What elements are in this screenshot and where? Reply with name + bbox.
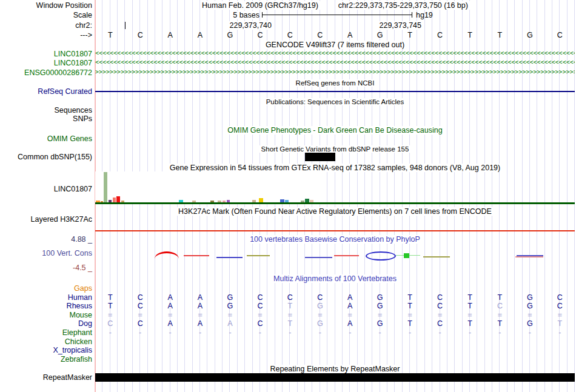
multiz-alignment-row-gaps xyxy=(95,284,575,293)
base-cell: = xyxy=(125,311,155,319)
multiz-species-label-human[interactable]: Human xyxy=(0,293,92,302)
base-cell: G xyxy=(215,302,245,310)
multiz-species-label-mouse[interactable]: Mouse xyxy=(0,311,92,319)
gene-label-linc01807-1[interactable]: LINC01807 xyxy=(0,50,92,58)
base-cell: - xyxy=(185,328,215,337)
gene-model-ensg00000286772[interactable]: >>>>>>>>>>>>>>>>>>>>>>>>>>>>>>>>>>>>>>>>… xyxy=(95,68,575,76)
multiz-species-label-rhesus[interactable]: Rhesus xyxy=(0,302,92,310)
base-cell xyxy=(365,284,395,293)
base-cell xyxy=(275,337,305,346)
phylop-mark-line xyxy=(247,255,270,256)
multiz-species-label-gaps[interactable]: Gaps xyxy=(0,284,92,293)
gtex-expression-bar[interactable] xyxy=(259,198,263,202)
multiz-alignment-row-mouse: ================ xyxy=(95,311,575,319)
repeatmasker-label[interactable]: RepeatMasker xyxy=(0,373,92,382)
multiz-species-label-chicken[interactable]: Chicken xyxy=(0,337,92,346)
snps-label[interactable]: SNPs xyxy=(0,115,92,123)
scale-label: Scale xyxy=(0,11,92,19)
base-cell xyxy=(395,355,424,364)
refseq-gene-line[interactable] xyxy=(95,91,575,92)
base-cell: A xyxy=(335,31,365,39)
base-cell xyxy=(515,355,544,364)
repeatmasker-element-bar[interactable] xyxy=(95,373,575,382)
gtex-gene-label[interactable]: LINC01807 xyxy=(0,185,92,193)
base-cell: C xyxy=(425,302,455,310)
base-cell xyxy=(485,355,515,364)
base-cell: - xyxy=(365,328,395,337)
base-cell: - xyxy=(545,328,575,337)
gene-label-linc01807-2[interactable]: LINC01807 xyxy=(0,59,92,67)
dbsnp-variant-box[interactable] xyxy=(305,153,335,161)
base-cell: C xyxy=(425,31,455,39)
base-cell: T xyxy=(395,31,424,39)
assembly-title: Human Feb. 2009 (GRCh37/hg19) xyxy=(200,1,320,10)
base-cell: = xyxy=(95,311,125,319)
base-cell: T xyxy=(455,302,484,310)
base-cell: - xyxy=(155,328,185,337)
gtex-expression-bar[interactable] xyxy=(116,196,120,202)
base-cell xyxy=(545,346,575,354)
base-cell: = xyxy=(215,311,245,319)
ucsc-genome-browser-image[interactable]: Window Position Human Feb. 2009 (GRCh37/… xyxy=(0,0,576,392)
base-cell: A xyxy=(335,319,365,328)
multiz-species-label-zebrafish[interactable]: Zebrafish xyxy=(0,355,92,364)
multiz-species-label-elephant[interactable]: Elephant xyxy=(0,328,92,337)
base-cell: T xyxy=(95,31,125,39)
phylop-label[interactable]: 100 Vert. Cons xyxy=(0,249,92,257)
chrom-label: chr2: xyxy=(0,21,92,30)
base-cell: = xyxy=(155,311,185,319)
base-cell: C xyxy=(275,31,305,39)
base-cell: A xyxy=(185,302,215,310)
omim-genes-label[interactable]: OMIM Genes xyxy=(0,135,92,143)
phylop-mark-line xyxy=(515,256,543,257)
base-cell: A xyxy=(185,31,215,39)
multiz-species-label-dog[interactable]: Dog xyxy=(0,319,92,328)
base-cell: T xyxy=(395,302,424,310)
base-cell xyxy=(455,346,484,354)
h3k27ac-label[interactable]: Layered H3K27Ac xyxy=(0,215,92,224)
base-cell xyxy=(545,355,575,364)
base-cell xyxy=(395,337,424,346)
base-cell: C xyxy=(545,293,575,302)
base-cell: C xyxy=(545,31,575,39)
coord-right: 229,373,745 xyxy=(377,21,421,30)
base-cell: = xyxy=(335,311,365,319)
dbsnp-label[interactable]: Common dbSNP(155) xyxy=(0,153,92,161)
gtex-expression-bar[interactable] xyxy=(104,172,107,202)
base-cell: C xyxy=(305,293,335,302)
base-cell xyxy=(275,355,305,364)
base-cell: = xyxy=(305,311,335,319)
gene-label-ensg00000286772[interactable]: ENSG00000286772 xyxy=(0,68,92,77)
base-cell: = xyxy=(425,311,455,319)
base-cell: = xyxy=(395,311,424,319)
multiz-species-label-x_tropicalis[interactable]: X_tropicalis xyxy=(0,346,92,354)
multiz-alignment-row-elephant: ---------------- xyxy=(95,328,575,337)
base-cell xyxy=(365,355,395,364)
position-title: chr2:229,373,735-229,373,750 (16 bp) xyxy=(337,1,470,10)
base-cell: C xyxy=(275,293,305,302)
base-cell: T xyxy=(395,319,424,328)
assembly-short: hg19 xyxy=(416,11,433,19)
base-cell xyxy=(455,337,484,346)
base-cell: A xyxy=(335,302,365,310)
coord-left: 229,373,740 xyxy=(227,21,272,30)
base-cell xyxy=(155,346,185,354)
gene-model-linc01807-2[interactable]: <<<<<<<<<<<<<<<<<<<<<<<<<<<<<<<<<<<<<<<<… xyxy=(95,59,575,67)
base-cell xyxy=(305,355,335,364)
multiz-track-title: Multiz Alignments of 100 Vertebrates xyxy=(272,274,398,283)
base-cell: G xyxy=(515,319,544,328)
base-cell xyxy=(425,337,455,346)
base-cell: - xyxy=(515,328,544,337)
multiz-alignment-row-rhesus: TCAAGCTGAGTCTCGC xyxy=(95,302,575,310)
base-cell xyxy=(155,337,185,346)
base-cell xyxy=(335,337,365,346)
gtex-expression-bar[interactable] xyxy=(113,198,116,202)
base-cell: A xyxy=(155,302,185,310)
publications-track-title: Publications: Sequences in Scientific Ar… xyxy=(264,98,406,105)
gene-model-linc01807-1[interactable]: <<<<<<<<<<<<<<<<<<<<<<<<<<<<<<<<<<<<<<<<… xyxy=(95,50,575,58)
sequences-label[interactable]: Sequences xyxy=(0,106,92,115)
scale-bar xyxy=(262,12,412,18)
gtex-chart-area[interactable] xyxy=(95,171,321,202)
base-cell: - xyxy=(335,328,365,337)
refseq-curated-label[interactable]: RefSeq Curated xyxy=(0,87,92,96)
